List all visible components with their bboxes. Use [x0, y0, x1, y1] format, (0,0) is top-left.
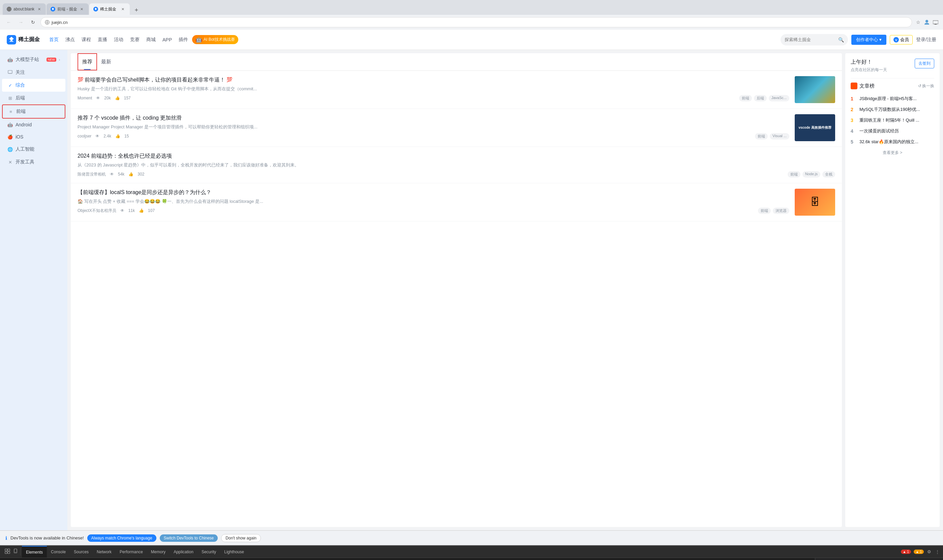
- sidebar-item-follow[interactable]: 关注: [2, 66, 65, 79]
- nav-course[interactable]: 课程: [79, 35, 94, 44]
- more-icon[interactable]: ⋮: [935, 549, 940, 555]
- see-more-button[interactable]: 查看更多 >: [851, 147, 934, 158]
- sidebar-item-ai[interactable]: 🌐 人工智能: [2, 143, 65, 156]
- sidebar-label-android: Android: [15, 122, 60, 128]
- ranking-item-3[interactable]: 3 重回铁王座！时隔5年！Quill ...: [851, 115, 934, 126]
- devtools-tab-performance[interactable]: Performance: [115, 546, 147, 558]
- tag[interactable]: 前端: [739, 95, 752, 102]
- tag[interactable]: Node.js: [803, 171, 820, 178]
- main-content: 🤖 大模型子站 NEW › 关注 ✓ 综合 ⊞ 后端 ≡ 前端 🤖 Androi…: [0, 50, 943, 530]
- tab-juejin-active[interactable]: 稀土掘金 ✕: [89, 3, 130, 15]
- ranking-item-4[interactable]: 4 一次揉蛋的面试经历: [851, 126, 934, 137]
- tag[interactable]: 全栈: [822, 171, 835, 178]
- feed-tab-recommend[interactable]: 推荐: [77, 53, 97, 71]
- nav-plugin[interactable]: 插件: [176, 35, 191, 44]
- tab-juejin-frontend[interactable]: 前端 - 掘金 ✕: [46, 3, 89, 15]
- dont-show-again-btn[interactable]: Don't show again: [221, 534, 261, 542]
- tag[interactable]: JavaSc...: [769, 95, 789, 102]
- article-tags-1: 前端 后端 JavaSc...: [739, 95, 789, 102]
- ai-badge[interactable]: 🤖 AI Bot技术挑战赛: [192, 35, 238, 44]
- article-item-2[interactable]: 推荐 7 个 vscode 插件，让 coding 更加丝滑 Project M…: [71, 109, 842, 147]
- nav-live[interactable]: 直播: [95, 35, 110, 44]
- styles-tab-layout[interactable]: Layout: [859, 558, 877, 560]
- address-text[interactable]: juejin.cn: [52, 20, 68, 25]
- feed-tab-latest[interactable]: 最新: [97, 54, 115, 70]
- sidebar-icon-frontend: ≡: [8, 109, 14, 114]
- ranking-header: 文章榜 ↺ 换一换: [851, 83, 934, 89]
- sidebar-item-backend[interactable]: ⊞ 后端: [2, 92, 65, 105]
- svg-rect-16: [8, 549, 10, 551]
- sidebar-label-follow: 关注: [15, 69, 60, 75]
- sidebar-label-all: 综合: [15, 82, 60, 88]
- nav-boil[interactable]: 沸点: [63, 35, 77, 44]
- sidebar-item-android[interactable]: 🤖 Android: [2, 118, 65, 131]
- tab-about-blank[interactable]: about:blank ✕: [3, 3, 46, 15]
- ranking-item-1[interactable]: 1 JSBridge原理 - 前端H5与客...: [851, 93, 934, 104]
- switch-chinese-btn[interactable]: Switch DevTools to Chinese: [160, 534, 218, 542]
- article-item-1[interactable]: 💯 前端要学会自己写shell脚本，让你的项目看起来非常牛逼！ 💯 Husky …: [71, 71, 842, 109]
- tag[interactable]: 浏览器: [773, 208, 789, 214]
- devtools-tab-console[interactable]: Console: [47, 546, 70, 558]
- cast-icon[interactable]: [932, 19, 939, 26]
- search-icon[interactable]: 🔍: [838, 37, 844, 43]
- login-button[interactable]: 登录/注册: [916, 37, 936, 43]
- inspect-icon[interactable]: [4, 548, 11, 555]
- device-icon[interactable]: [12, 548, 19, 555]
- ranking-list: 1 JSBridge原理 - 前端H5与客... 2 MySQL千万级数据从19…: [851, 93, 934, 147]
- title-suffix-icon: 💯: [226, 77, 232, 83]
- tag[interactable]: 后端: [754, 95, 767, 102]
- ranking-item-5[interactable]: 5 32.6k star🔥原来国内的独立...: [851, 137, 934, 147]
- settings-icon[interactable]: ⚙: [926, 549, 932, 555]
- sidebar-item-ios[interactable]: 🍎 iOS: [2, 131, 65, 143]
- sidebar-item-all[interactable]: ✓ 综合: [2, 79, 65, 92]
- checkin-button[interactable]: 去签到: [915, 58, 934, 68]
- feed-area: 推荐 最新 💯 前端要学会自己写shell脚本，让你的项目看起来非常牛逼！ 💯 …: [71, 53, 842, 527]
- forward-button[interactable]: →: [16, 17, 26, 27]
- ranking-item-2[interactable]: 2 MySQL千万级数据从190秒优...: [851, 104, 934, 115]
- tab-close-icon[interactable]: ✕: [120, 6, 126, 12]
- article-item-4[interactable]: 【前端缓存】localS torage是同步还是异步的？为什么？ 🏠 写在开头 …: [71, 183, 842, 222]
- nav-shop[interactable]: 商城: [143, 35, 158, 44]
- tag[interactable]: 前端: [758, 208, 771, 214]
- styles-tab-styles[interactable]: Styles: [818, 558, 835, 560]
- search-input[interactable]: [785, 37, 835, 42]
- devtools-tab-network[interactable]: Network: [93, 546, 115, 558]
- article-item-3[interactable]: 2024 前端趋势：全栈也许已经是必选项 从《2023 的 Javascript…: [71, 147, 842, 183]
- tag[interactable]: Visual ...: [770, 133, 789, 140]
- reload-button[interactable]: ↻: [28, 17, 38, 27]
- sidebar-item-llm[interactable]: 🤖 大模型子站 NEW ›: [2, 53, 65, 66]
- back-button[interactable]: ←: [4, 17, 14, 27]
- logo-area[interactable]: 稀土掘金: [7, 35, 40, 45]
- always-match-btn[interactable]: Always match Chrome's language: [87, 534, 156, 542]
- devtools-tab-security[interactable]: Security: [197, 546, 220, 558]
- devtools-tab-lighthouse[interactable]: Lighthouse: [220, 546, 248, 558]
- nav-contest[interactable]: 竞赛: [128, 35, 142, 44]
- create-center-button[interactable]: 创作者中心 ▾: [851, 35, 886, 45]
- tab-close-icon[interactable]: ✕: [36, 6, 42, 12]
- vip-button[interactable]: V 会员: [890, 35, 913, 45]
- devtools-tab-sources[interactable]: Sources: [70, 546, 93, 558]
- styles-tab-computed[interactable]: Computed: [835, 558, 859, 560]
- tab-close-icon[interactable]: ✕: [79, 6, 85, 12]
- sidebar-item-frontend[interactable]: ≡ 前端: [2, 105, 65, 118]
- refresh-button[interactable]: ↺ 换一换: [918, 83, 934, 89]
- sidebar-label-backend: 后端: [15, 95, 60, 101]
- nav-home[interactable]: 首页: [46, 35, 62, 44]
- devtools-tab-application[interactable]: Application: [169, 546, 197, 558]
- devtools-tab-memory[interactable]: Memory: [147, 546, 169, 558]
- styles-tab-event-listeners[interactable]: Event Listeners: [877, 558, 909, 560]
- search-box[interactable]: 🔍: [781, 34, 848, 46]
- tag[interactable]: 前端: [755, 133, 768, 140]
- nav-activity[interactable]: 活动: [111, 35, 126, 44]
- views-icon-1: 👁: [96, 96, 100, 100]
- sidebar: 🤖 大模型子站 NEW › 关注 ✓ 综合 ⊞ 后端 ≡ 前端 🤖 Androi…: [0, 50, 68, 530]
- nav-app[interactable]: APP: [160, 36, 175, 44]
- tab-favicon-globe: [7, 7, 11, 11]
- tag[interactable]: 前端: [788, 171, 800, 178]
- article-meta-2: cooljser 👁 2.4k 👍 15 前端 Visual ...: [77, 133, 789, 140]
- profile-icon[interactable]: [923, 19, 930, 26]
- bookmark-icon[interactable]: ☆: [915, 19, 921, 26]
- new-tab-button[interactable]: +: [132, 5, 141, 15]
- devtools-tab-elements[interactable]: Elements: [22, 546, 47, 558]
- sidebar-item-devtools[interactable]: ✕ 开发工具: [2, 156, 65, 168]
